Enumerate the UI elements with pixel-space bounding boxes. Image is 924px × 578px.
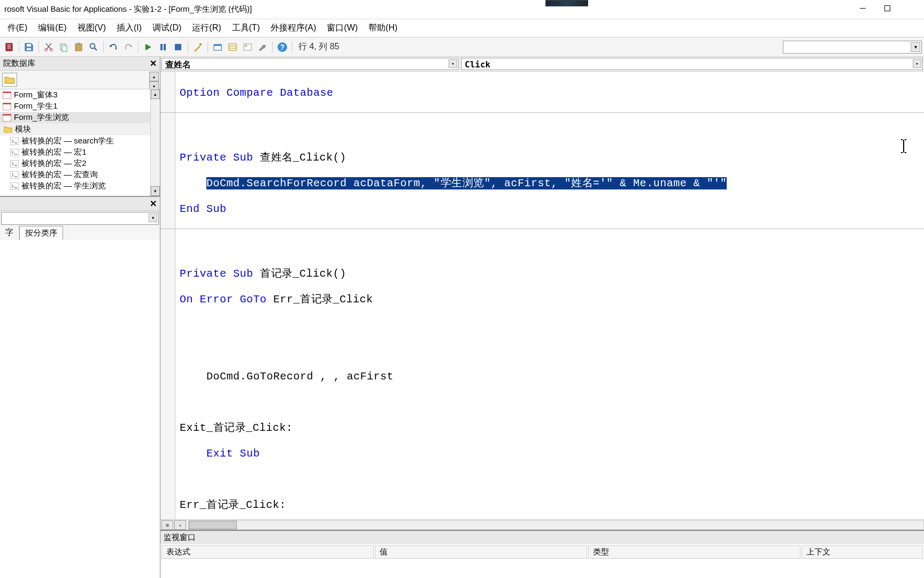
tree-item-module: 被转换的宏 — 宏查询 [0,169,160,180]
svg-rect-13 [164,44,166,50]
paste-icon[interactable] [72,40,86,54]
svg-text:?: ? [280,43,285,51]
find-icon[interactable] [87,40,101,54]
chevron-down-icon: ▾ [149,214,157,222]
watch-window: 监视窗口 表达式 值 类型 上下文 [160,530,924,578]
svg-rect-22 [245,45,247,47]
view-access-icon[interactable] [2,40,16,54]
project-explorer-icon[interactable] [211,40,225,54]
watch-col-value[interactable]: 值 [375,545,587,559]
minimize-button[interactable] [850,0,875,16]
maximize-button[interactable] [875,0,899,16]
chevron-down-icon: ▾ [913,59,921,68]
help-icon[interactable]: ? [275,40,289,54]
redo-icon[interactable] [121,40,135,54]
project-pane-title: 院数据库 [3,58,35,69]
svg-rect-30 [3,114,11,116]
full-view-icon[interactable]: ‹ [174,520,186,530]
project-toolbar: ▴ ▾ [0,71,160,89]
project-tree[interactable]: Form_窗体3 Form_学生1 Form_学生浏览 模块 被转换的宏 — s… [0,89,160,196]
form-icon [2,102,12,111]
tab-categorized[interactable]: 按分类序 [19,226,63,240]
object-browser-icon[interactable] [241,40,255,54]
svg-rect-3 [27,48,31,50]
menu-help[interactable]: 帮助(H) [363,20,403,36]
horizontal-scrollbar[interactable] [188,520,924,530]
watch-col-expression[interactable]: 表达式 [161,545,374,559]
svg-point-10 [90,43,95,48]
toolbox-icon[interactable] [256,40,270,54]
tree-item-module: 被转换的宏 — search学生 [0,135,160,147]
svg-rect-35 [10,182,19,190]
svg-rect-31 [10,138,19,145]
procedure-dropdown[interactable]: Click▾ [461,58,923,70]
save-icon[interactable] [22,40,36,54]
stop-icon[interactable] [171,40,185,54]
toolbar-dropdown[interactable]: ▾ [783,41,922,54]
chevron-down-icon: ▾ [449,59,457,68]
code-editor[interactable]: Option Compare Database Private Sub 查姓名_… [160,72,924,519]
svg-rect-12 [160,44,163,50]
menu-file[interactable]: 件(E) [2,20,33,36]
scroll-up-icon[interactable]: ▴ [149,72,159,81]
menu-view[interactable]: 视图(V) [72,20,111,36]
tree-item-form: Form_窗体3 [0,89,160,101]
design-icon[interactable] [191,40,205,54]
svg-rect-18 [229,44,236,50]
menu-bar: 件(E) 编辑(E) 视图(V) 插入(I) 调试(D) 运行(R) 工具(T)… [0,19,924,37]
cut-icon[interactable] [42,40,56,54]
copy-icon[interactable] [57,40,71,54]
menu-edit[interactable]: 编辑(E) [33,20,72,36]
undo-icon[interactable] [106,40,120,54]
svg-rect-15 [199,43,202,45]
svg-rect-17 [214,44,221,46]
code-view-controls: ≡ ‹ [160,519,924,530]
watch-title: 监视窗口 [160,531,924,544]
folder-icon[interactable] [2,73,17,87]
run-icon[interactable] [141,40,155,54]
decorative-bar [545,0,588,6]
properties-tabs: 字 按分类序 [0,226,160,240]
tree-item-module: 被转换的宏 — 宏1 [0,147,160,158]
properties-grid[interactable] [0,240,160,578]
svg-rect-7 [62,45,67,51]
window-title: rosoft Visual Basic for Applications - 实… [4,4,252,14]
properties-icon[interactable] [226,40,240,54]
menu-debug[interactable]: 调试(D) [147,20,187,36]
tree-item-form: Form_学生浏览 [0,112,160,123]
pause-icon[interactable] [156,40,170,54]
title-bar: rosoft Visual Basic for Applications - 实… [0,0,924,19]
module-icon [10,182,19,191]
watch-table[interactable]: 表达式 值 类型 上下文 [160,544,924,560]
svg-rect-28 [3,103,11,104]
svg-rect-1 [884,5,890,11]
properties-object-dropdown[interactable]: ▾ [1,212,159,225]
object-dropdown[interactable]: 查姓名▾ [161,58,459,70]
menu-run[interactable]: 运行(R) [187,20,226,36]
watch-col-context[interactable]: 上下文 [802,545,923,559]
close-properties-icon[interactable]: ✕ [150,199,157,209]
project-pane-header: 院数据库 ✕ [0,57,160,71]
procedure-view-icon[interactable]: ≡ [161,520,173,530]
menu-addins[interactable]: 外接程序(A) [265,20,321,36]
close-pane-icon[interactable]: ✕ [150,58,157,69]
module-icon [10,148,19,157]
svg-rect-2 [27,44,31,47]
svg-rect-33 [10,160,19,168]
tree-scrollbar[interactable]: ▴▾ [150,89,160,196]
folder-icon [3,125,13,134]
close-button[interactable] [899,0,924,16]
modules-folder[interactable]: 模块 [0,123,160,135]
watch-col-type[interactable]: 类型 [588,545,800,559]
tab-alphabetic[interactable]: 字 [0,226,19,240]
svg-rect-14 [175,44,181,50]
form-icon [2,113,12,122]
menu-tools[interactable]: 工具(T) [227,20,265,36]
module-icon [10,171,19,179]
chevron-down-icon: ▾ [911,42,920,52]
properties-header: ✕ [0,196,160,211]
menu-window[interactable]: 窗口(W) [321,20,363,36]
menu-insert[interactable]: 插入(I) [111,20,147,36]
svg-rect-34 [10,171,19,179]
tree-item-module: 被转换的宏 — 学生浏览 [0,180,160,192]
